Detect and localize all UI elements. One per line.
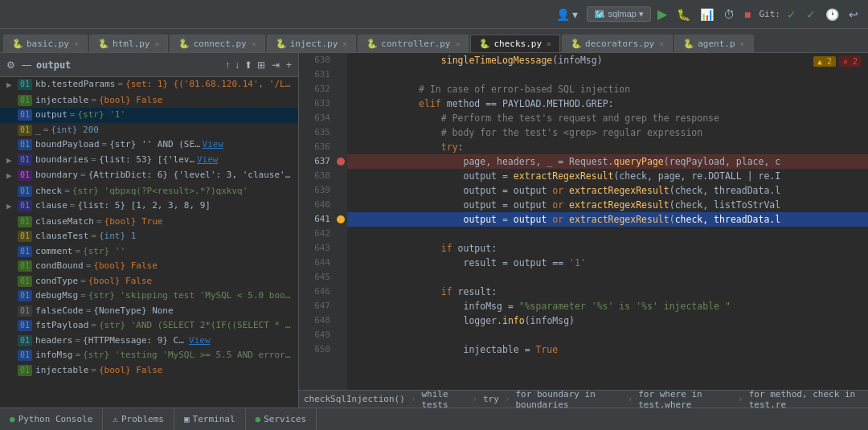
- tab-problems[interactable]: ⚠ Problems: [103, 408, 174, 430]
- gutter-649: [335, 328, 346, 342]
- close-checks-tab[interactable]: ✕: [547, 39, 551, 48]
- profile-btn[interactable]: 👤 ▾: [553, 6, 582, 23]
- close-decorators-tab[interactable]: ✕: [659, 39, 664, 48]
- close-inject-tab[interactable]: ✕: [342, 39, 347, 48]
- list-item[interactable]: 01 check = {str} 'qbpxq(?P<result>.*?)qx…: [0, 184, 298, 199]
- list-item[interactable]: 01 condBound = {bool} False: [0, 259, 298, 274]
- view-link[interactable]: View: [197, 154, 295, 167]
- code-line-634: # Perform the test's request and grep th…: [347, 111, 868, 125]
- tab-agent-py[interactable]: 🐍 agent.p ✕: [674, 35, 753, 52]
- git-history-btn[interactable]: 🕐: [822, 6, 842, 23]
- code-panel: ▲ 2 ✕ 2 630 631 632 633 634 635 636 637 …: [299, 53, 868, 407]
- code-line-641: output = output or extractRegexResult(ch…: [347, 212, 868, 227]
- services-label: Services: [264, 414, 306, 424]
- list-item[interactable]: 01 comment = {str} '': [0, 244, 298, 260]
- list-item[interactable]: 01 injectable = {bool} False: [0, 93, 298, 109]
- panel-up-btn[interactable]: ↑: [223, 58, 231, 72]
- line-num-637: 637: [299, 154, 330, 169]
- git-label: Git:: [760, 9, 781, 19]
- view-link[interactable]: View: [189, 334, 295, 348]
- python-console-label: Python Console: [18, 414, 93, 424]
- list-item[interactable]: 01 clauseMatch = {bool} True: [0, 215, 298, 230]
- run-button[interactable]: ▶: [654, 5, 670, 23]
- list-item[interactable]: 01 falseCode = {NoneType} None: [0, 304, 298, 319]
- run-config-dropdown[interactable]: 🗺️ sqlmap ▾: [587, 6, 652, 22]
- debug-button[interactable]: 🐛: [674, 6, 694, 23]
- git-check2-btn[interactable]: ✓: [803, 6, 819, 23]
- line-num-643: 643: [299, 241, 330, 256]
- list-item[interactable]: 01 fstPayload = {str} 'AND (SELECT 2*(IF…: [0, 318, 298, 334]
- gutter-641: [335, 212, 346, 227]
- type-badge: 01: [18, 305, 32, 317]
- type-badge: 01: [18, 95, 32, 106]
- python-file-icon: 🐍: [571, 39, 582, 49]
- line-num-649: 649: [299, 328, 330, 342]
- coverage-button[interactable]: 📊: [697, 6, 717, 23]
- list-item[interactable]: 01 _ = {int} 200: [0, 123, 298, 138]
- line-num-644: 644: [299, 256, 330, 270]
- variables-panel: ⚙ — output ↑ ↓ ⬆ ⊞ ⇥ + ▶ 01 kb.testedPar…: [0, 53, 299, 407]
- tab-python-console[interactable]: ● Python Console: [0, 408, 103, 430]
- tab-terminal[interactable]: ▣ Terminal: [174, 408, 246, 430]
- list-item[interactable]: 01 debugMsg = {str} 'skipping test 'MySQ…: [0, 289, 298, 304]
- list-item[interactable]: 01 output = {str} '1': [0, 108, 298, 123]
- panel-add-btn[interactable]: +: [285, 58, 293, 72]
- tab-checks-py[interactable]: 🐍 checks.py ✕: [470, 35, 560, 52]
- terminal-icon: ▣: [184, 414, 190, 424]
- breadcrumb-3: try: [483, 394, 499, 404]
- profile-run-button[interactable]: ⏱: [720, 6, 738, 23]
- tab-basic-py[interactable]: 🐍 basic.py ✕: [3, 35, 88, 52]
- tab-inject-py[interactable]: 🐍 inject.py ✕: [267, 35, 357, 52]
- list-item[interactable]: 01 condType = {bool} False: [0, 274, 298, 289]
- type-badge: 01: [18, 216, 32, 227]
- top-toolbar: 👤 ▾ 🗺️ sqlmap ▾ ▶ 🐛 📊 ⏱ ■ Git: ✓ ✓ 🕐 ↩: [0, 0, 868, 29]
- panel-table-btn[interactable]: ⊞: [256, 58, 267, 72]
- close-html-tab[interactable]: ✕: [154, 39, 159, 48]
- line-num-635: 635: [299, 125, 330, 140]
- list-item[interactable]: ▶ 01 clause = {list: 5} [1, 2, 3, 8, 9]: [0, 199, 298, 215]
- list-item[interactable]: ▶ 01 boundary = {AttribDict: 6} {'level'…: [0, 168, 298, 184]
- list-item[interactable]: 01 clauseTest = {int} 1: [0, 229, 298, 244]
- panel-import-btn[interactable]: ⬆: [243, 58, 254, 72]
- gutter-632: [335, 82, 346, 96]
- line-num-646: 646: [299, 285, 330, 299]
- panel-expand-btn[interactable]: ⇥: [270, 58, 281, 72]
- editor-tabs: 🐍 basic.py ✕ 🐍 html.py ✕ 🐍 connect.py ✕ …: [0, 29, 868, 53]
- git-check1-btn[interactable]: ✓: [784, 6, 800, 23]
- panel-down-btn[interactable]: ↓: [233, 58, 241, 72]
- git-undo-btn[interactable]: ↩: [845, 6, 862, 23]
- close-agent-tab[interactable]: ✕: [740, 39, 745, 48]
- code-line-635: # body for the test's <grep> regular exp…: [347, 125, 868, 140]
- close-basic-tab[interactable]: ✕: [74, 39, 79, 48]
- gutter-648: [335, 313, 346, 328]
- tab-decorators-py[interactable]: 🐍 decorators.py ✕: [562, 35, 673, 52]
- list-item[interactable]: 01 boundPayload = {str} '' AND (SELECT 2…: [0, 137, 298, 153]
- tab-controller-py[interactable]: 🐍 controller.py ✕: [358, 35, 469, 52]
- gutter-646: [335, 285, 346, 299]
- list-item[interactable]: ▶ 01 boundaries = {list: 53} [{'level': …: [0, 153, 298, 169]
- list-item[interactable]: ▶ 01 kb.testedParams = {set: 1} {('81.68…: [0, 77, 298, 93]
- close-controller-tab[interactable]: ✕: [455, 39, 460, 48]
- view-link[interactable]: View: [203, 138, 295, 152]
- gutter-650: [335, 342, 346, 357]
- close-connect-tab[interactable]: ✕: [252, 39, 256, 48]
- code-content[interactable]: singleTimeLogMessage(infoMsg) # In case …: [347, 53, 868, 390]
- code-line-631: [347, 68, 868, 82]
- list-item[interactable]: 01 injectable = {bool} False: [0, 363, 298, 379]
- line-num-640: 640: [299, 198, 330, 212]
- type-badge: 01: [18, 320, 32, 331]
- type-badge: 01: [18, 154, 32, 166]
- code-line-650: injectable = True: [347, 342, 868, 357]
- tab-connect-py[interactable]: 🐍 connect.py ✕: [170, 35, 264, 52]
- line-num-648: 648: [299, 313, 330, 328]
- tab-services[interactable]: ● Services: [246, 408, 317, 430]
- type-badge: 01: [18, 231, 32, 242]
- panel-minimize-btn[interactable]: —: [20, 58, 33, 72]
- stop-button[interactable]: ■: [741, 6, 754, 23]
- tab-html-py[interactable]: 🐍 html.py ✕: [89, 35, 168, 52]
- list-item[interactable]: 01 headers = {HTTPMessage: 9} Connection…: [0, 334, 298, 349]
- list-item[interactable]: 01 infoMsg = {str} 'testing 'MySQL >= 5.…: [0, 348, 298, 363]
- python-file-icon: 🐍: [276, 39, 287, 49]
- breadcrumb-1: checkSqlInjection(): [304, 394, 405, 404]
- panel-settings-btn[interactable]: ⚙: [5, 58, 17, 72]
